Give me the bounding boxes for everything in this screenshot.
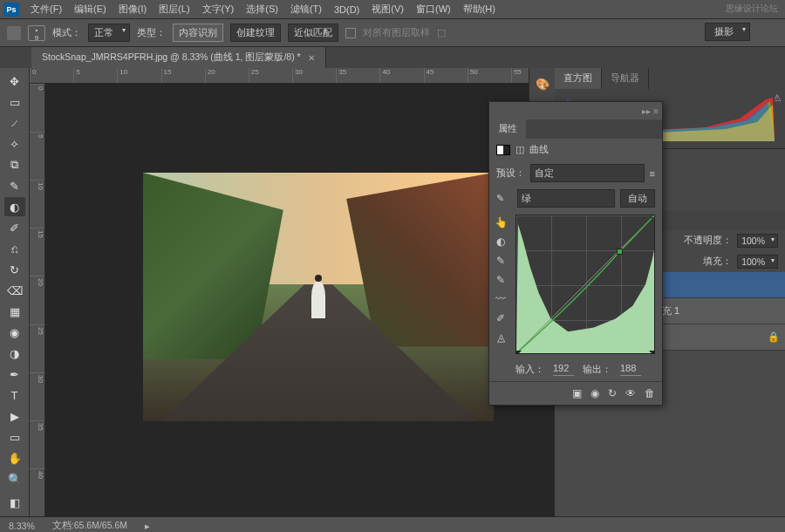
- close-icon[interactable]: ✕: [308, 53, 315, 63]
- lasso-tool[interactable]: ⟋: [4, 113, 25, 133]
- eyedropper-icon[interactable]: ✎: [496, 193, 512, 204]
- svg-marker-8: [516, 351, 522, 353]
- on-image-icon[interactable]: 👆: [495, 216, 508, 228]
- eraser-tool[interactable]: ⌫: [4, 281, 25, 300]
- blur-tool[interactable]: ◉: [4, 323, 25, 342]
- document-tab-bar: StockSnap_JMRRS4PFRH.jpg @ 8.33% (曲线 1, …: [0, 47, 785, 68]
- menu-image[interactable]: 图像(I): [113, 0, 153, 18]
- input-value[interactable]: 192: [553, 363, 574, 376]
- tab-properties[interactable]: 属性: [489, 119, 526, 139]
- content-aware-button[interactable]: 内容识别: [173, 24, 223, 42]
- previous-state-icon[interactable]: ◉: [590, 387, 599, 399]
- svg-rect-7: [652, 215, 654, 218]
- curves-chart[interactable]: [515, 215, 655, 354]
- lock-icon: 🔒: [768, 331, 780, 343]
- marquee-tool[interactable]: ▭: [4, 92, 25, 112]
- document-size[interactable]: 文档:65.6M/65.6M: [52, 520, 127, 532]
- brush-preset[interactable]: •9: [28, 25, 45, 41]
- document-tab-title: StockSnap_JMRRS4PFRH.jpg @ 8.33% (曲线 1, …: [42, 51, 301, 64]
- properties-panel[interactable]: ▸▸ ≡ 属性 ◫ 曲线 预设： 自定 ≡ ✎ 绿 自动 👆 ◐ ✎ ✎ 〰 ✐…: [488, 101, 663, 406]
- menubar: Ps 文件(F) 编辑(E) 图像(I) 图层(L) 文字(Y) 选择(S) 滤…: [0, 0, 785, 19]
- shape-tool[interactable]: ▭: [4, 427, 25, 447]
- menu-window[interactable]: 窗口(W): [410, 0, 457, 18]
- menu-3d[interactable]: 3D(D): [328, 2, 365, 17]
- menu-edit[interactable]: 编辑(E): [68, 0, 113, 18]
- pen-tool[interactable]: ✒: [4, 365, 25, 384]
- properties-footer: ▣ ◉ ↻ 👁 🗑: [489, 381, 662, 405]
- toolbar: ✥ ▭ ⟋ ✧ ⧉ ✎ ◐ ✐ ⎌ ↻ ⌫ ▦ ◉ ◑ ✒ T ▶ ▭ ✋ 🔍 …: [0, 68, 30, 516]
- hand-tool[interactable]: ✋: [4, 448, 25, 467]
- curves-title: 曲线: [529, 143, 549, 156]
- curves-adjustment-icon: [496, 145, 510, 155]
- dodge-tool[interactable]: ◑: [4, 344, 25, 363]
- menu-filter[interactable]: 滤镜(T): [284, 0, 328, 18]
- mode-dropdown[interactable]: 正常: [88, 24, 130, 42]
- fill-dropdown[interactable]: 100%: [737, 255, 778, 269]
- gray-point-icon[interactable]: ✎: [496, 255, 505, 267]
- tab-navigator[interactable]: 导航器: [602, 68, 649, 89]
- zoom-tool[interactable]: 🔍: [4, 469, 25, 488]
- smooth-icon[interactable]: ✐: [496, 312, 505, 324]
- move-tool[interactable]: ✥: [4, 72, 25, 91]
- ps-logo: Ps: [3, 3, 19, 17]
- menu-layer[interactable]: 图层(L): [153, 0, 195, 18]
- type-tool[interactable]: T: [4, 385, 25, 405]
- brush-tool[interactable]: ✐: [4, 218, 25, 237]
- crop-tool[interactable]: ⧉: [4, 155, 25, 174]
- white-point-icon[interactable]: ◐: [496, 235, 505, 248]
- color-panel-icon[interactable]: 🎨: [536, 77, 550, 91]
- sample-all-layers-label: 对所有图层取样: [363, 26, 430, 39]
- clip-icon[interactable]: ▣: [572, 387, 582, 399]
- zoom-level[interactable]: 8.33%: [9, 521, 35, 531]
- menu-select[interactable]: 选择(S): [240, 0, 284, 18]
- magic-wand-tool[interactable]: ✧: [4, 134, 25, 153]
- history-brush-tool[interactable]: ↻: [4, 260, 25, 279]
- create-texture-button[interactable]: 创建纹理: [230, 24, 281, 42]
- curves-side-tools: 👆 ◐ ✎ ✎ 〰 ✐ ◬: [489, 211, 512, 358]
- visibility-icon[interactable]: 👁: [625, 387, 636, 399]
- color-swatches[interactable]: ◧: [4, 490, 25, 515]
- gradient-tool[interactable]: ▦: [4, 302, 25, 321]
- document-tab[interactable]: StockSnap_JMRRS4PFRH.jpg @ 8.33% (曲线 1, …: [31, 47, 326, 68]
- document-image[interactable]: [143, 173, 494, 421]
- eyedropper-tool[interactable]: ✎: [4, 176, 25, 195]
- panel-menu-icon[interactable]: ▸▸ ≡: [642, 106, 659, 116]
- opacity-dropdown[interactable]: 100%: [737, 234, 778, 248]
- edit-points-icon[interactable]: ◬: [497, 331, 505, 344]
- output-value[interactable]: 188: [620, 363, 641, 376]
- workspace-dropdown[interactable]: 摄影: [705, 23, 750, 41]
- menu-help[interactable]: 帮助(H): [457, 0, 502, 18]
- auto-button[interactable]: 自动: [620, 189, 655, 208]
- status-bar: 8.33% 文档:65.6M/65.6M ▸: [0, 516, 785, 532]
- healing-brush-icon[interactable]: [7, 26, 21, 40]
- healing-brush-tool[interactable]: ◐: [4, 197, 25, 216]
- clone-stamp-tool[interactable]: ⎌: [4, 239, 25, 258]
- mask-icon[interactable]: ◫: [515, 144, 524, 155]
- reset-icon[interactable]: ↻: [608, 387, 617, 399]
- status-chevron-icon[interactable]: ▸: [145, 521, 150, 531]
- preset-dropdown[interactable]: 自定: [530, 164, 645, 182]
- ruler-vertical: 0510152025303540: [30, 84, 45, 516]
- pencil-icon[interactable]: 〰: [495, 293, 506, 305]
- main-area: ✥ ▭ ⟋ ✧ ⧉ ✎ ◐ ✐ ⎌ ↻ ⌫ ▦ ◉ ◑ ✒ T ▶ ▭ ✋ 🔍 …: [0, 68, 785, 516]
- preset-menu-icon[interactable]: ≡: [650, 168, 655, 179]
- trash-icon[interactable]: 🗑: [645, 387, 655, 399]
- channel-dropdown[interactable]: 绿: [517, 189, 615, 208]
- sample-all-layers-checkbox[interactable]: [345, 28, 356, 38]
- menu-type[interactable]: 文字(Y): [196, 0, 241, 18]
- pressure-icon[interactable]: ⬚: [437, 27, 446, 38]
- canvas-area[interactable]: 0510152025303540455055 0510152025303540: [30, 68, 555, 516]
- curves-header: ◫ 曲线: [489, 139, 662, 160]
- path-select-tool[interactable]: ▶: [4, 406, 25, 426]
- fill-label: 填充：: [703, 256, 732, 268]
- black-point-icon[interactable]: ✎: [496, 274, 505, 286]
- proximity-match-button[interactable]: 近似匹配: [288, 24, 338, 42]
- preset-label: 预设：: [496, 167, 525, 180]
- tab-histogram[interactable]: 直方图: [555, 68, 602, 89]
- options-bar: •9 模式： 正常 类型： 内容识别 创建纹理 近似匹配 对所有图层取样 ⬚: [0, 19, 785, 47]
- svg-line-5: [516, 215, 654, 353]
- menu-view[interactable]: 视图(V): [365, 0, 410, 18]
- svg-marker-9: [649, 351, 654, 353]
- menu-file[interactable]: 文件(F): [24, 0, 68, 18]
- histogram-panel-tabs: 直方图 导航器: [555, 68, 785, 89]
